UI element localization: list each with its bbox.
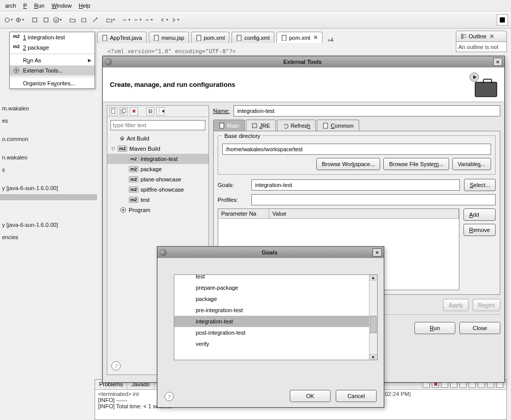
forward-arrow-icon[interactable] [170, 15, 180, 25]
tab-common[interactable]: Common [317, 120, 359, 131]
tool-btn-9[interactable] [105, 15, 115, 25]
ctx-integration-test[interactable]: m21 integration-test [10, 32, 95, 42]
tool-btn-5[interactable] [52, 15, 62, 25]
goals-list[interactable]: test prepare-package package pre-integra… [174, 274, 378, 360]
scroll-thumb[interactable] [370, 316, 377, 333]
goals-titlebar[interactable]: Goals × [157, 247, 384, 258]
new-config-icon[interactable] [109, 107, 118, 115]
revert-button[interactable]: Revert [473, 299, 500, 311]
tab-config[interactable]: config.xml [231, 32, 274, 43]
tool-btn-3[interactable] [30, 15, 40, 25]
tab-apptest[interactable]: AppTest.java [97, 32, 147, 43]
help-icon[interactable]: ? [165, 392, 174, 401]
close-icon[interactable]: ✕ [490, 33, 494, 40]
tab-main[interactable]: Main [213, 120, 245, 131]
ctx-organize-fav[interactable]: Organize Favorites... [10, 78, 95, 88]
tree-maven[interactable]: ▽m2Maven Build [107, 144, 208, 154]
window-menu-icon[interactable] [159, 249, 167, 256]
dialog-titlebar[interactable]: External Tools × [103, 56, 504, 67]
select-goals-button[interactable]: Select... [464, 179, 496, 191]
collapse-icon[interactable]: ⊟ [146, 107, 154, 115]
delete-icon[interactable]: ✖ [130, 107, 138, 115]
remove-param-button[interactable]: Remove [463, 224, 496, 236]
perspective-button[interactable] [497, 14, 508, 26]
menu-search[interactable]: arch [2, 2, 19, 10]
tab-pom2[interactable]: pom.xml✕ [276, 32, 323, 43]
base-directory-group: Base directory Browse Workspace... Brows… [218, 135, 496, 175]
goal-item[interactable]: post-integration-test [174, 327, 369, 338]
svg-rect-16 [111, 109, 115, 113]
svg-rect-7 [103, 35, 107, 41]
basedir-input[interactable] [222, 144, 491, 155]
filter-icon[interactable]: ⋮▾ [156, 107, 165, 115]
tool-btn-7[interactable] [79, 15, 89, 25]
tool-btn-8[interactable] [90, 15, 100, 25]
tree-program[interactable]: Program [107, 205, 208, 215]
tree-test[interactable]: m2test [107, 195, 208, 205]
tool-btn-4[interactable] [41, 15, 51, 25]
run-context-menu: m21 integration-test m22 package Run As▶… [9, 32, 95, 89]
tab-jre[interactable]: ​JRE [246, 120, 276, 131]
cancel-button[interactable]: Cancel [336, 390, 377, 402]
window-menu-icon[interactable] [105, 58, 112, 65]
filter-input[interactable] [110, 120, 205, 130]
variables-button[interactable]: Variables... [452, 158, 491, 170]
tabs-overflow[interactable]: »4 [324, 37, 336, 43]
menu-help[interactable]: Help [76, 2, 94, 10]
tool-btn-1[interactable] [3, 15, 13, 25]
add-param-button[interactable]: Add [463, 208, 496, 221]
tab-pom1[interactable]: pom.xml [191, 32, 230, 43]
back-arrow-icon[interactable] [158, 15, 169, 25]
close-button[interactable]: × [373, 248, 382, 256]
menu-run[interactable]: Run [31, 2, 48, 10]
close-button[interactable]: × [493, 58, 502, 66]
editor-tab-row: AppTest.java menu.jsp pom.xml config.xml… [97, 31, 507, 43]
tool-btn-10[interactable] [121, 15, 131, 25]
svg-rect-2 [33, 18, 37, 22]
svg-rect-21 [220, 123, 224, 128]
tree-package[interactable]: m2package [107, 164, 208, 174]
outline-body: An outline is not [456, 42, 507, 52]
goal-item[interactable]: verify [174, 338, 369, 349]
ok-button[interactable]: OK [290, 390, 331, 402]
run-button[interactable]: Run [414, 322, 455, 334]
tab-menujsp[interactable]: menu.jsp [149, 32, 189, 43]
menu-project[interactable]: P [20, 2, 30, 10]
ctx-run-as[interactable]: Run As▶ [10, 55, 95, 65]
browse-filesystem-button[interactable]: Browse File System... [383, 158, 449, 170]
outline-view: Outline✕ An outline is not [456, 31, 507, 52]
goal-item[interactable]: prepare-package [174, 282, 369, 293]
tool-btn-12[interactable] [143, 15, 153, 25]
goal-item[interactable]: test [174, 275, 369, 282]
help-icon[interactable]: ? [111, 361, 121, 370]
apply-button[interactable]: Apply [443, 299, 469, 311]
menu-window[interactable]: Window [49, 2, 75, 10]
left-view-partial: m.wakaleo es o.common n.wakaleo s y [jav… [0, 102, 97, 243]
tree-ant[interactable]: ※Ant Build [107, 133, 208, 144]
outline-tab[interactable]: Outline✕ [456, 31, 507, 42]
ctx-package[interactable]: m22 package [10, 42, 95, 53]
tree-integration-test[interactable]: m2integration-test [107, 154, 208, 164]
duplicate-icon[interactable] [120, 107, 128, 115]
close-icon[interactable]: ✕ [313, 34, 318, 41]
tool-btn-11[interactable] [132, 15, 142, 25]
tool-btn-2[interactable] [14, 15, 25, 25]
goal-item[interactable]: pre-integration-test [174, 305, 369, 316]
browse-workspace-button[interactable]: Browse Workspace... [316, 158, 381, 170]
config-tabs: Main ​JRE Refresh Common [213, 120, 500, 131]
profiles-input[interactable] [251, 194, 496, 205]
tab-refresh[interactable]: Refresh [277, 120, 316, 131]
goal-item-selected[interactable]: integration-test [174, 316, 369, 327]
param-col-name[interactable]: Parameter Na [218, 209, 269, 218]
param-col-value[interactable]: Value [269, 209, 459, 218]
ctx-external-tools[interactable]: External Tools... [10, 65, 95, 76]
tree-plane-showcase[interactable]: m2plane-showcase [107, 174, 208, 184]
scrollbar[interactable] [369, 275, 377, 360]
open-folder-icon[interactable] [67, 15, 78, 25]
goals-input[interactable] [251, 179, 460, 191]
close-button[interactable]: Close [459, 322, 500, 334]
svg-point-15 [15, 69, 17, 72]
name-input[interactable] [234, 105, 500, 116]
goal-item[interactable]: package [174, 293, 369, 305]
tree-spitfire-showcase[interactable]: m2spitfire-showcase [107, 184, 208, 195]
